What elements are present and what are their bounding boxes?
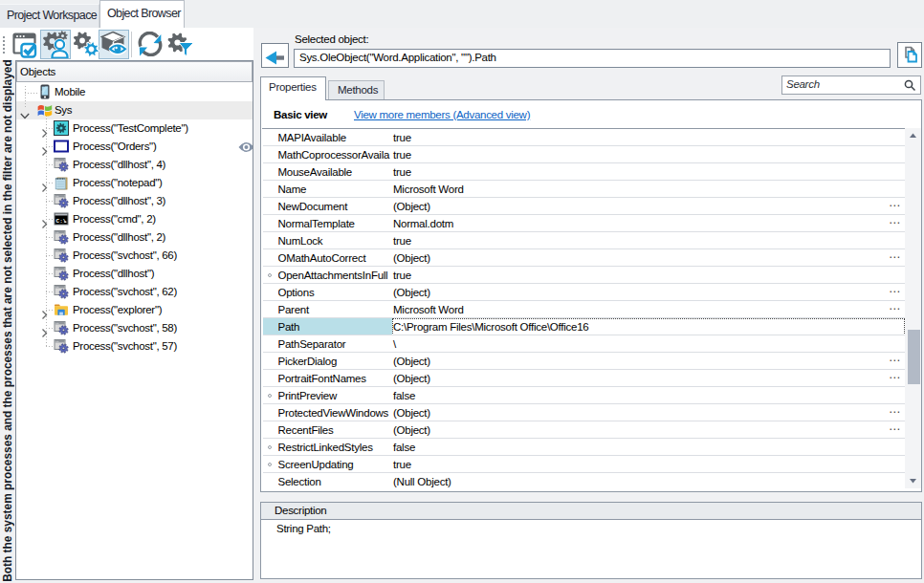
svg-text:C:\: C:\ (56, 218, 67, 225)
